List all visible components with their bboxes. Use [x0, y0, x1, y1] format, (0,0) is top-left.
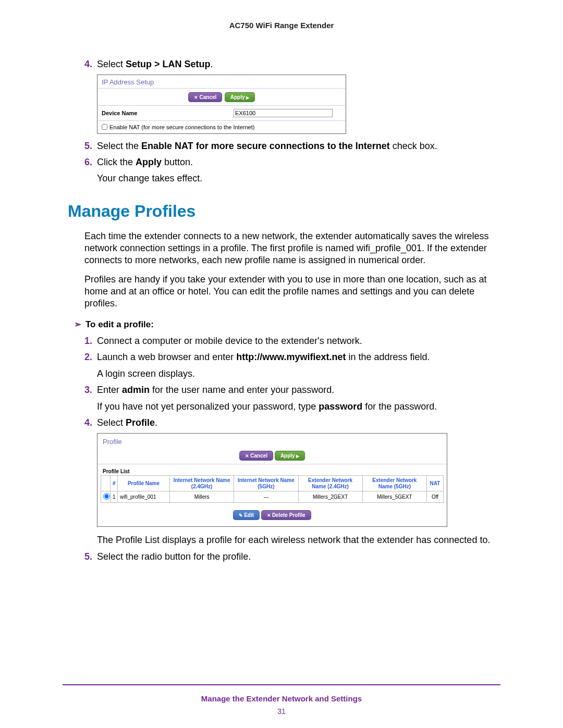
profile-title: Profile [97, 434, 447, 448]
step-6-result: Your change takes effect. [97, 172, 495, 184]
step-6: 6. Click the Apply button. [84, 156, 495, 168]
cancel-button[interactable]: ✕Cancel [188, 92, 222, 102]
task-3-number: 3. [84, 384, 92, 396]
step-4-text-bold: Setup > LAN Setup [126, 59, 211, 69]
apply-button[interactable]: Apply▶ [225, 92, 255, 102]
task-3-after-pre: If you have not yet personalized your pa… [97, 401, 319, 412]
play-icon: ▶ [296, 454, 299, 459]
step-6-bold: Apply [136, 157, 162, 167]
col-profile-name: Profile Name [118, 476, 170, 491]
delete-label: Delete Profile [272, 512, 305, 518]
task-3-post: for the user name and enter your passwor… [150, 385, 334, 395]
task-2-bold: http://www.mywifiext.net [236, 352, 346, 362]
cell-internet-24: Millers [170, 491, 234, 503]
enable-nat-checkbox[interactable] [102, 124, 107, 130]
profile-cancel-button[interactable]: ✕Cancel [239, 451, 273, 461]
step-4: 4. Select Setup > LAN Setup. [84, 58, 495, 70]
col-num: # [111, 476, 118, 491]
task-3-result: If you have not yet personalized your pa… [97, 401, 495, 413]
step-4-text-post: . [211, 59, 213, 69]
step-6-number: 6. [84, 156, 92, 168]
edit-button[interactable]: ✎Edit [233, 510, 260, 520]
profile-radio[interactable] [103, 493, 110, 500]
play-icon: ▶ [246, 95, 249, 100]
step-5-post: check box. [390, 141, 437, 151]
task-3-pre: Enter [97, 385, 122, 395]
task-4-bold: Profile [126, 417, 155, 428]
cell-num: 1 [111, 491, 118, 503]
document-header: AC750 WiFi Range Extender [68, 21, 495, 30]
col-internet-5: Internet Network Name (5GHz) [234, 476, 298, 491]
after-figure-2-text: The Profile List displays a profile for … [97, 534, 495, 546]
manage-profiles-heading: Manage Profiles [68, 202, 495, 221]
task-heading-text: To edit a profile: [85, 319, 154, 329]
cell-profile-name: wifi_profile_001 [118, 491, 170, 503]
task-step-4: 4. Select Profile. [84, 417, 495, 429]
task-heading: ➢To edit a profile: [74, 319, 495, 330]
chevron-right-icon: ➢ [74, 319, 81, 329]
edit-label: Edit [244, 512, 254, 518]
device-name-input[interactable] [234, 109, 333, 117]
task-4-pre: Select [97, 417, 126, 428]
footer-rule [63, 684, 500, 685]
task-5-number: 5. [84, 551, 92, 563]
figure-profile: Profile ✕Cancel Apply▶ Profile List # Pr… [97, 433, 447, 527]
cancel-label: Cancel [199, 94, 216, 100]
enable-nat-label: Enable NAT (for more secure connections … [109, 124, 254, 130]
task-step-1: 1. Connect a computer or mobile device t… [84, 335, 495, 347]
profile-table: # Profile Name Internet Network Name (2.… [101, 475, 444, 503]
profile-apply-label: Apply [280, 453, 295, 459]
step-5: 5. Select the Enable NAT for more secure… [84, 140, 495, 152]
cell-nat: Off [427, 491, 444, 503]
step-5-bold: Enable NAT for more secure connections t… [141, 141, 390, 151]
task-step-2: 2. Launch a web browser and enter http:/… [84, 351, 495, 363]
cell-extender-24: Millers_2GEXT [298, 491, 362, 503]
paragraph-1: Each time the extender connects to a new… [84, 230, 495, 266]
task-1-text: Connect a computer or mobile device to t… [97, 336, 362, 346]
task-5-text: Select the radio button for the profile. [97, 551, 251, 562]
profile-list-label: Profile List [97, 464, 447, 475]
paragraph-2: Profiles are handy if you take your exte… [84, 274, 495, 310]
step-4-text-pre: Select [97, 59, 126, 69]
ip-setup-title: IP Address Setup [97, 75, 346, 89]
step-6-pre: Click the [97, 157, 136, 167]
cell-internet-5: --- [234, 491, 298, 503]
step-5-number: 5. [84, 140, 92, 152]
table-row: 1 wifi_profile_001 Millers --- Millers_2… [101, 491, 444, 503]
task-2-pre: Launch a web browser and enter [97, 352, 236, 362]
col-extender-5: Extender Network Name (5GHz) [362, 476, 426, 491]
task-3-bold: admin [122, 385, 150, 395]
step-5-pre: Select the [97, 141, 141, 151]
apply-label: Apply [230, 94, 245, 100]
task-2-number: 2. [84, 351, 92, 363]
task-2-result: A login screen displays. [97, 368, 495, 380]
close-icon: ✕ [245, 453, 249, 459]
table-header-row: # Profile Name Internet Network Name (2.… [101, 476, 444, 491]
figure-ip-address-setup: IP Address Setup ✕Cancel Apply▶ Device N… [97, 75, 346, 133]
close-icon: ✕ [194, 95, 198, 100]
device-name-label: Device Name [102, 110, 234, 116]
task-3-after-bold: password [319, 401, 362, 412]
col-extender-24: Extender Network Name (2.4GHz) [298, 476, 362, 491]
close-icon: ✕ [267, 513, 271, 518]
col-internet-24: Internet Network Name (2.4GHz) [170, 476, 234, 491]
delete-profile-button[interactable]: ✕Delete Profile [261, 510, 311, 520]
step-6-post: button. [162, 157, 193, 167]
step-4-number: 4. [84, 58, 92, 70]
task-4-post: . [155, 417, 157, 428]
task-4-number: 4. [84, 417, 92, 429]
profile-apply-button[interactable]: Apply▶ [275, 451, 305, 461]
task-2-post: in the address field. [346, 352, 430, 362]
col-nat: NAT [427, 476, 444, 491]
footer-page-number: 31 [0, 707, 563, 715]
pencil-icon: ✎ [239, 513, 243, 518]
task-step-3: 3. Enter admin for the user name and ent… [84, 384, 495, 396]
cell-extender-5: Millers_5GEXT [362, 491, 426, 503]
task-3-after-post: for the password. [362, 401, 437, 412]
task-1-number: 1. [84, 335, 92, 347]
profile-cancel-label: Cancel [250, 453, 267, 459]
footer-chapter: Manage the Extender Network and Settings [0, 694, 563, 703]
task-step-5: 5. Select the radio button for the profi… [84, 551, 495, 563]
